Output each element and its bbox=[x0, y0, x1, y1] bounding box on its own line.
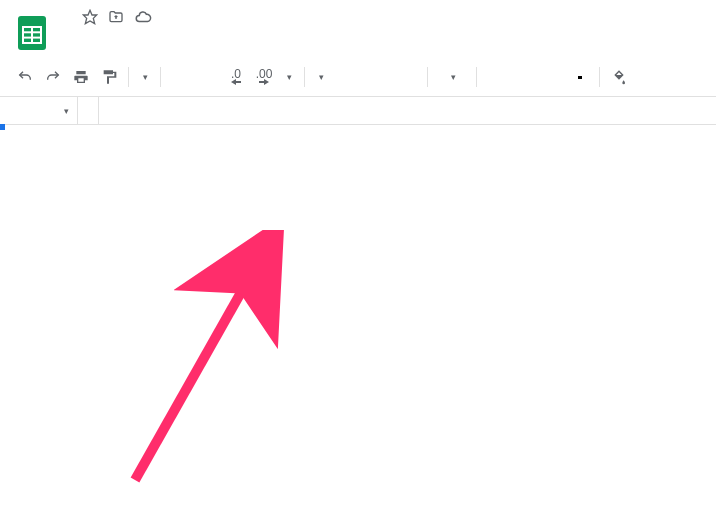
name-box[interactable]: ▾ bbox=[0, 97, 78, 124]
toolbar: .0 .00 bbox=[0, 58, 716, 97]
formula-bar[interactable] bbox=[99, 97, 716, 124]
star-icon[interactable] bbox=[82, 9, 98, 29]
svg-line-6 bbox=[135, 250, 265, 480]
menu-view[interactable] bbox=[92, 34, 106, 42]
font-size-dropdown[interactable] bbox=[434, 68, 470, 86]
more-formats-button[interactable] bbox=[279, 68, 298, 86]
menu-tools[interactable] bbox=[156, 34, 170, 42]
decrease-decimal-button[interactable]: .0 bbox=[223, 64, 249, 90]
print-icon[interactable] bbox=[68, 64, 94, 90]
paint-format-icon[interactable] bbox=[96, 64, 122, 90]
menu-data[interactable] bbox=[140, 34, 154, 42]
menu-edit[interactable] bbox=[76, 34, 90, 42]
menu-help[interactable] bbox=[188, 34, 202, 42]
move-folder-icon[interactable] bbox=[108, 9, 124, 29]
svg-marker-5 bbox=[83, 10, 96, 23]
menu-bar bbox=[60, 34, 704, 42]
doc-title[interactable] bbox=[60, 17, 72, 21]
currency-button[interactable] bbox=[167, 64, 193, 90]
redo-icon[interactable] bbox=[40, 64, 66, 90]
percent-button[interactable] bbox=[195, 64, 221, 90]
menu-file[interactable] bbox=[60, 34, 74, 42]
text-color-button[interactable] bbox=[567, 64, 593, 90]
zoom-dropdown[interactable] bbox=[135, 68, 154, 86]
italic-button[interactable] bbox=[511, 64, 537, 90]
active-cell-outline bbox=[0, 125, 4, 129]
font-dropdown[interactable] bbox=[311, 68, 421, 86]
edit-status[interactable] bbox=[204, 34, 220, 42]
increase-decimal-button[interactable]: .00 bbox=[251, 64, 277, 90]
fill-color-icon[interactable] bbox=[606, 64, 632, 90]
strikethrough-button[interactable] bbox=[539, 64, 565, 90]
menu-insert[interactable] bbox=[108, 34, 122, 42]
fx-label bbox=[78, 97, 99, 124]
bold-button[interactable] bbox=[483, 64, 509, 90]
annotation-arrow bbox=[120, 230, 300, 490]
sheets-logo[interactable] bbox=[12, 12, 52, 52]
cloud-status-icon[interactable] bbox=[134, 8, 152, 30]
undo-icon[interactable] bbox=[12, 64, 38, 90]
menu-extensions[interactable] bbox=[172, 34, 186, 42]
menu-format[interactable] bbox=[124, 34, 138, 42]
